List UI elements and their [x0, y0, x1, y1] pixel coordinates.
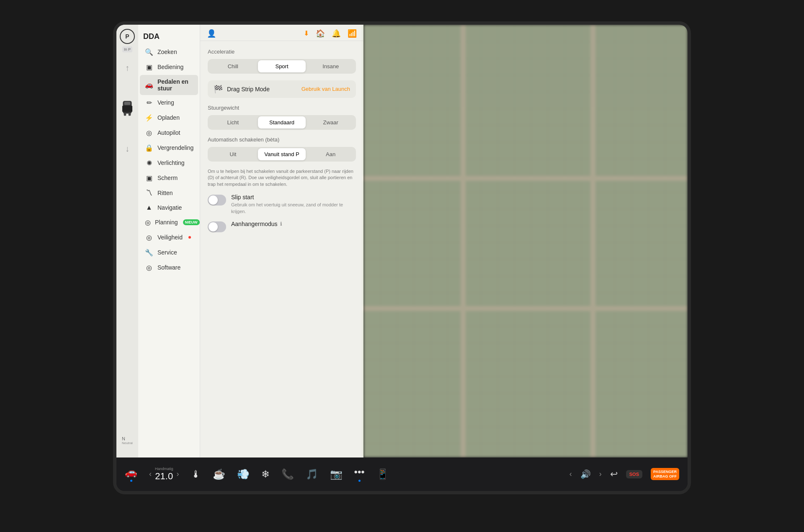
cards-icon: 📱 [376, 468, 389, 480]
profile-icon[interactable]: 👤 [207, 29, 216, 38]
sidebar-item-pedalen[interactable]: 🚗 Pedalen en stuur [140, 75, 198, 95]
sidebar-item-ritten[interactable]: 〽 Ritten [140, 186, 198, 200]
climate-dot [130, 480, 132, 482]
phone-icon: 📞 [281, 468, 294, 480]
auto-shift-vanuit[interactable]: Vanuit stand P [258, 148, 306, 160]
auto-shift-title: Automatisch schakelen (bèta) [208, 136, 356, 143]
acceleration-group: Chill Sport Insane [208, 59, 356, 74]
sidebar-item-bediening[interactable]: ▣ Bediening [140, 60, 198, 75]
sidebar-item-planning[interactable]: ◎ Planning NIEUW [140, 215, 198, 230]
trailer-mode-toggle[interactable] [208, 221, 226, 232]
more-icon-item[interactable]: ••• [354, 466, 365, 482]
planning-icon: ◎ [145, 218, 151, 226]
steering-group: Licht Standaard Zwaar [208, 115, 356, 130]
nav-section: DDA 🔍 Zoeken ▣ Bediening 🚗 Pedalen en st… [138, 25, 200, 457]
fan-icon-item[interactable]: 💨 [237, 468, 250, 480]
steering-standaard[interactable]: Standaard [258, 116, 306, 129]
temp-value: 21.0 [155, 471, 173, 482]
slip-start-info: Slip start Gebruik om het voertuig uit s… [231, 194, 356, 215]
map-road-horizontal [363, 176, 688, 181]
download-icon: ⬇ [304, 29, 309, 37]
direction-icon[interactable]: ↩ [610, 469, 618, 480]
coffee-icon: ☕ [213, 468, 225, 480]
temp-display: Handmatig 21.0 [155, 467, 173, 482]
temp-down-arrow[interactable]: ‹ [149, 470, 152, 478]
map-area [363, 25, 688, 457]
sidebar-item-software[interactable]: ◎ Software [140, 260, 198, 275]
temp-up-arrow[interactable]: › [177, 470, 179, 478]
volume-control: 🔊 [580, 469, 591, 479]
svg-rect-2 [124, 113, 126, 116]
bottom-icons-left: 🚗 ‹ Handmatig 21.0 › 🌡 ☕ [125, 466, 389, 482]
drag-strip-label: Drag Strip Mode [227, 86, 270, 93]
nav-right-arrow[interactable]: › [599, 470, 602, 478]
sidebar-item-label: Navigatie [157, 204, 182, 211]
svg-rect-4 [124, 102, 131, 105]
cards-icon-item[interactable]: 📱 [376, 468, 389, 480]
sidebar-item-opladen[interactable]: ⚡ Opladen [140, 111, 198, 125]
acceleration-insane[interactable]: Insane [307, 60, 355, 72]
sidebar-item-veiligheid[interactable]: ◎ Veiligheid [140, 230, 198, 245]
sidebar-item-service[interactable]: 🔧 Service [140, 245, 198, 260]
acceleration-sport[interactable]: Sport [258, 60, 306, 72]
volume-icon[interactable]: 🔊 [580, 469, 591, 479]
launch-link[interactable]: Gebruik van Launch [302, 86, 350, 92]
software-icon: ◎ [145, 264, 153, 272]
auto-shift-aan[interactable]: Aan [307, 148, 355, 160]
more-icon: ••• [354, 466, 365, 478]
sidebar-item-navigatie[interactable]: ▲ Navigatie [140, 200, 198, 215]
gear-n-display: N Neutral [122, 436, 133, 445]
sidebar-item-verlichting[interactable]: ✺ Verlichting [140, 156, 198, 170]
climate-icon-item[interactable]: 🚗 [125, 466, 137, 482]
steering-licht[interactable]: Licht [209, 116, 257, 129]
sidebar-item-label: Verlichting [157, 159, 185, 166]
autopilot-icon: ◎ [145, 129, 153, 137]
gear-inp-display: In P [122, 46, 132, 52]
gear-arrow-down: ↓ [125, 144, 129, 154]
acceleration-chill[interactable]: Chill [209, 60, 257, 72]
drag-strip-row: 🏁 Drag Strip Mode Gebruik van Launch [208, 80, 356, 98]
spotify-icon: 🎵 [306, 468, 318, 480]
more-dot [358, 480, 361, 482]
map-road-horizontal-2 [363, 306, 688, 311]
bottom-bar: 🚗 ‹ Handmatig 21.0 › 🌡 ☕ [116, 457, 688, 491]
trailer-mode-info: Aanhangermodus ℹ [231, 221, 356, 227]
info-icon[interactable]: ℹ [280, 221, 282, 227]
sidebar-item-autopilot[interactable]: ◎ Autopilot [140, 126, 198, 140]
sidebar-item-label: Vering [157, 99, 174, 106]
temp-control: ‹ Handmatig 21.0 › [149, 467, 179, 482]
camera-icon-item[interactable]: 📷 [330, 468, 343, 480]
home-icon[interactable]: 🏠 [316, 29, 325, 38]
service-icon: 🔧 [145, 249, 153, 257]
camera-icon: 📷 [330, 468, 343, 480]
coffee-icon-item[interactable]: ☕ [213, 468, 225, 480]
left-panel: P In P ↑ ↓ [116, 25, 200, 457]
heat-icon-item[interactable]: 🌡 [191, 468, 201, 480]
steering-zwaar[interactable]: Zwaar [307, 116, 355, 129]
sos-badge[interactable]: SOS [626, 470, 642, 478]
settings-panel: 👤 ⬇ 🏠 🔔 📶 Acceleratie Chill Sport Insa [200, 25, 363, 457]
screen-bezel: P In P ↑ ↓ [113, 21, 691, 494]
steering-title: Stuurgewicht [208, 105, 356, 111]
heat-icon: 🌡 [191, 468, 201, 480]
suspension-icon: ✏ [145, 99, 153, 107]
music-icon-item[interactable]: 🎵 [306, 468, 318, 480]
auto-shift-uit[interactable]: Uit [209, 148, 257, 160]
svg-rect-3 [129, 113, 131, 116]
sidebar-item-vering[interactable]: ✏ Vering [140, 95, 198, 110]
lock-icon: 🔒 [145, 144, 153, 152]
auto-shift-section: Automatisch schakelen (bèta) Uit Vanuit … [208, 136, 356, 188]
sidebar-item-zoeken[interactable]: 🔍 Zoeken [140, 45, 198, 59]
bell-icon[interactable]: 🔔 [332, 29, 341, 38]
ac-icon-item[interactable]: ❄ [261, 468, 270, 480]
sidebar-item-scherm[interactable]: ▣ Scherm [140, 171, 198, 185]
nav-left-arrow[interactable]: ‹ [570, 470, 572, 478]
slip-start-sublabel: Gebruik om het voertuig uit sneeuw, zand… [231, 202, 356, 215]
sidebar-item-vergrendeling[interactable]: 🔒 Vergrendeling [140, 141, 198, 155]
phone-icon-item[interactable]: 📞 [281, 468, 294, 480]
sidebar-item-label: Software [157, 264, 180, 271]
slip-start-toggle[interactable] [208, 195, 226, 206]
charge-icon: ⚡ [145, 114, 153, 122]
sidebar-item-label: Veiligheid [157, 234, 183, 241]
auto-shift-group: Uit Vanuit stand P Aan [208, 147, 356, 162]
